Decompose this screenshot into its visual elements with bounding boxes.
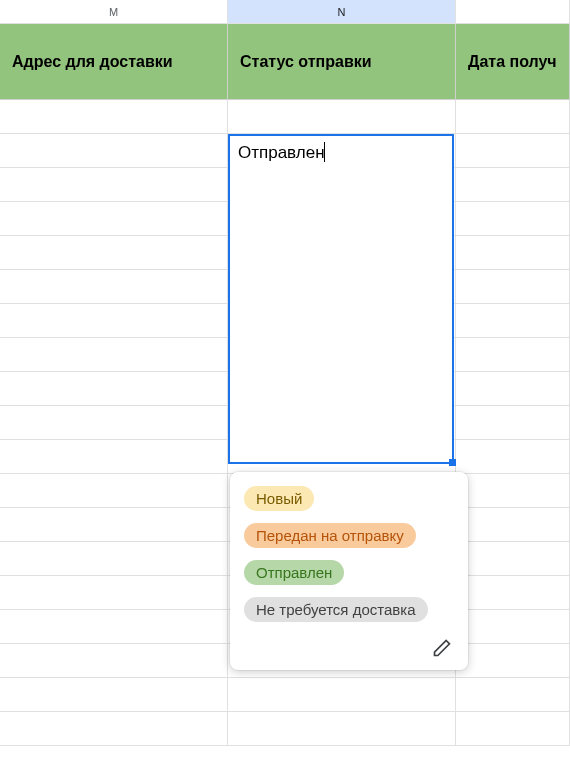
- cell[interactable]: [0, 610, 228, 643]
- cell[interactable]: [456, 270, 570, 303]
- cell[interactable]: [456, 338, 570, 371]
- cell[interactable]: [0, 134, 228, 167]
- cell[interactable]: [0, 712, 228, 745]
- cell[interactable]: [228, 678, 456, 711]
- cell[interactable]: [228, 712, 456, 745]
- status-chip: Новый: [244, 486, 314, 511]
- cell[interactable]: [456, 678, 570, 711]
- cell[interactable]: [0, 678, 228, 711]
- table-row: [0, 100, 570, 134]
- fill-handle[interactable]: [449, 459, 456, 466]
- cell[interactable]: [0, 338, 228, 371]
- header-cell-status[interactable]: Статус отправки: [228, 24, 456, 99]
- dropdown-option[interactable]: Отправлен: [230, 554, 468, 591]
- cell[interactable]: [0, 270, 228, 303]
- cell[interactable]: [456, 508, 570, 541]
- cell[interactable]: [456, 372, 570, 405]
- cell[interactable]: [0, 236, 228, 269]
- cell[interactable]: [456, 202, 570, 235]
- cell[interactable]: [456, 610, 570, 643]
- cell[interactable]: [0, 168, 228, 201]
- cell[interactable]: [456, 168, 570, 201]
- cell[interactable]: [456, 304, 570, 337]
- dropdown-option[interactable]: Новый: [230, 480, 468, 517]
- header-row: Адрес для доставки Статус отправки Дата …: [0, 24, 570, 100]
- cell[interactable]: [0, 644, 228, 677]
- status-chip: Отправлен: [244, 560, 344, 585]
- cell[interactable]: [456, 474, 570, 507]
- cell[interactable]: [0, 542, 228, 575]
- cell[interactable]: [0, 440, 228, 473]
- cell[interactable]: [456, 712, 570, 745]
- column-letter-row: M N: [0, 0, 570, 24]
- editing-cell[interactable]: Отправлен: [228, 134, 454, 464]
- cell[interactable]: [456, 100, 570, 133]
- cell[interactable]: [0, 474, 228, 507]
- dropdown-option[interactable]: Не требуется доставка: [230, 591, 468, 628]
- dropdown-footer: [230, 628, 468, 662]
- cell[interactable]: [0, 202, 228, 235]
- cell[interactable]: [0, 406, 228, 439]
- cell[interactable]: [456, 542, 570, 575]
- cell[interactable]: [456, 406, 570, 439]
- cell[interactable]: [456, 576, 570, 609]
- validation-dropdown: НовыйПередан на отправкуОтправленНе треб…: [230, 472, 468, 670]
- header-cell-address[interactable]: Адрес для доставки: [0, 24, 228, 99]
- status-chip: Передан на отправку: [244, 523, 416, 548]
- cell[interactable]: [456, 644, 570, 677]
- column-letter-o[interactable]: [456, 0, 570, 23]
- cell[interactable]: [0, 576, 228, 609]
- cell-input-value: Отправлен: [238, 143, 325, 162]
- cell[interactable]: [0, 508, 228, 541]
- cell[interactable]: [0, 304, 228, 337]
- text-cursor: [324, 142, 325, 162]
- dropdown-option[interactable]: Передан на отправку: [230, 517, 468, 554]
- cell[interactable]: [228, 100, 456, 133]
- cell[interactable]: [0, 100, 228, 133]
- status-chip: Не требуется доставка: [244, 597, 428, 622]
- column-letter-m[interactable]: M: [0, 0, 228, 23]
- cell[interactable]: [456, 134, 570, 167]
- cell-input[interactable]: Отправлен: [230, 136, 452, 169]
- header-cell-date[interactable]: Дата получ: [456, 24, 570, 99]
- table-row: [0, 712, 570, 746]
- column-letter-n[interactable]: N: [228, 0, 456, 23]
- cell[interactable]: [0, 372, 228, 405]
- cell[interactable]: [456, 236, 570, 269]
- pencil-icon[interactable]: [432, 638, 452, 658]
- cell[interactable]: [456, 440, 570, 473]
- table-row: [0, 678, 570, 712]
